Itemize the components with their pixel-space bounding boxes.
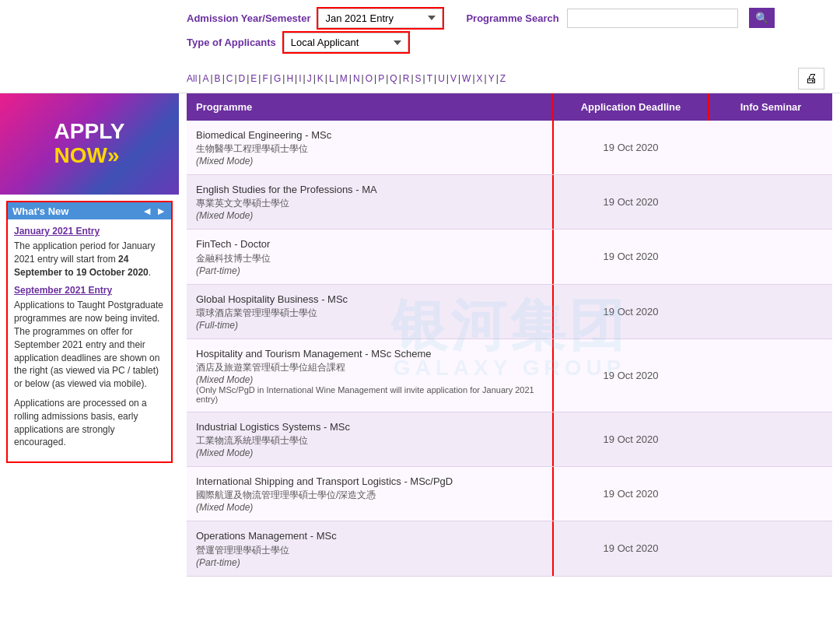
alpha-separator: |	[295, 73, 297, 84]
alpha-link-o[interactable]: O	[366, 73, 373, 84]
programme-cell: English Studies for the Professions - MA…	[187, 175, 552, 229]
whats-new-title: What's New	[12, 205, 68, 217]
alpha-link-w[interactable]: W	[462, 73, 471, 84]
alpha-link-all[interactable]: All	[187, 73, 197, 84]
table-header: Programme Application Deadline Info Semi…	[187, 93, 832, 121]
deadline-cell: 19 Oct 2020	[552, 230, 708, 283]
alpha-link-p[interactable]: P	[378, 73, 384, 84]
alpha-separator: |	[270, 73, 272, 84]
type-label: Type of Applicants	[187, 37, 276, 48]
alpha-separator: |	[198, 73, 201, 84]
rolling-text: Applications are processed on a rolling …	[14, 397, 165, 449]
table-row: International Shipping and Transport Log…	[187, 467, 832, 521]
alpha-link-x[interactable]: X	[477, 73, 483, 84]
alpha-separator: |	[411, 73, 413, 84]
jan-entry-text: The application period for January 2021 …	[14, 240, 165, 279]
prog-mode: (Mixed Mode)	[196, 156, 543, 167]
alpha-separator: |	[325, 73, 327, 84]
alpha-link-d[interactable]: D	[239, 73, 246, 84]
table-body: Biomedical Engineering - MSc 生物醫學工程理學碩士學…	[187, 121, 832, 577]
prog-chinese: 國際航運及物流管理理學碩士學位/深造文憑	[196, 489, 543, 502]
alpha-link-u[interactable]: U	[438, 73, 445, 84]
alpha-link-c[interactable]: C	[226, 73, 233, 84]
table-wrapper: 银河集团 GALAXY GROUP Programme Application …	[187, 93, 832, 577]
alpha-link-j[interactable]: J	[307, 73, 312, 84]
alpha-link-v[interactable]: V	[450, 73, 457, 84]
deadline-text: 19 Oct 2020	[604, 370, 659, 381]
programme-cell: Industrial Logistics Systems - MSc 工業物流系…	[187, 412, 552, 466]
admission-label: Admission Year/Semester	[187, 12, 310, 24]
programme-cell: International Shipping and Transport Log…	[187, 467, 552, 521]
prog-note: (Only MSc/PgD in International Wine Mana…	[196, 385, 543, 404]
alpha-link-m[interactable]: M	[340, 73, 348, 84]
print-icon: 🖨	[805, 72, 817, 85]
prog-chinese: 金融科技博士學位	[196, 252, 543, 265]
alpha-separator: |	[349, 73, 352, 84]
banner-text: APPLY NOW»	[47, 112, 133, 176]
alpha-link-e[interactable]: E	[250, 73, 257, 84]
alpha-link-z[interactable]: Z	[500, 73, 506, 84]
sidebar: APPLY NOW» What's New ◄ ► January 2021 E…	[0, 93, 179, 635]
deadline-cell: 19 Oct 2020	[552, 339, 708, 412]
prog-name: Global Hospitality Business - MSc	[196, 293, 543, 307]
alpha-link-y[interactable]: Y	[488, 73, 495, 84]
admission-select[interactable]: Jan 2021 Entry	[318, 9, 443, 28]
type-select[interactable]: Local Applicant	[284, 33, 408, 52]
alpha-link-a[interactable]: A	[202, 73, 208, 84]
prog-mode: (Full-time)	[196, 320, 543, 331]
alpha-link-h[interactable]: H	[286, 73, 293, 84]
prog-name: Industrial Logistics Systems - MSc	[196, 420, 543, 434]
alpha-separator: |	[446, 73, 449, 84]
prog-name: International Shipping and Transport Log…	[196, 475, 543, 489]
alpha-link-k[interactable]: K	[317, 73, 324, 84]
alpha-link-i[interactable]: I	[299, 73, 301, 84]
prog-mode: (Mixed Mode)	[196, 502, 543, 513]
whats-new-header: What's New ◄ ►	[8, 202, 171, 219]
whats-new-next[interactable]: ►	[156, 205, 166, 217]
deadline-text: 19 Oct 2020	[604, 306, 659, 318]
alpha-separator: |	[374, 73, 376, 84]
prog-chinese: 酒店及旅遊業管理碩士學位組合課程	[196, 361, 543, 374]
alpha-separator: |	[399, 73, 401, 84]
table-row: Industrial Logistics Systems - MSc 工業物流系…	[187, 412, 832, 467]
alpha-separator: |	[458, 73, 460, 84]
deadline-cell: 19 Oct 2020	[552, 412, 708, 466]
alpha-link-q[interactable]: Q	[390, 73, 397, 84]
seminar-cell	[708, 412, 832, 466]
prog-chinese: 環球酒店業管理理學碩士學位	[196, 307, 543, 320]
prog-mode: (Mixed Mode)	[196, 447, 543, 458]
programme-cell: Operations Management - MSc 營運管理理學碩士學位 (…	[187, 521, 552, 575]
alpha-link-r[interactable]: R	[403, 73, 410, 84]
programme-search-input[interactable]	[567, 9, 738, 28]
deadline-cell: 19 Oct 2020	[552, 175, 708, 229]
col-seminar: Info Seminar	[708, 93, 832, 121]
prog-chinese: 專業英文文學碩士學位	[196, 197, 543, 210]
alpha-separator: |	[423, 73, 425, 84]
search-button[interactable]: 🔍	[749, 8, 775, 28]
prog-mode: (Mixed Mode)	[196, 374, 543, 385]
alpha-separator: |	[386, 73, 388, 84]
deadline-cell: 19 Oct 2020	[552, 285, 708, 339]
prog-mode: (Part-time)	[196, 265, 543, 276]
table-row: Global Hospitality Business - MSc 環球酒店業管…	[187, 285, 832, 339]
sep-entry-title[interactable]: September 2021 Entry	[14, 285, 165, 296]
alpha-link-g[interactable]: G	[274, 73, 281, 84]
alpha-link-s[interactable]: S	[415, 73, 422, 84]
alpha-link-b[interactable]: B	[215, 73, 221, 84]
alpha-link-l[interactable]: L	[329, 73, 334, 84]
prog-name: Hospitality and Tourism Management - MSc…	[196, 347, 543, 361]
alpha-link-n[interactable]: N	[353, 73, 360, 84]
alpha-separator: |	[258, 73, 261, 84]
prog-chinese: 營運管理理學碩士學位	[196, 544, 543, 557]
alpha-links: All | A | B | C | D | E | F | G | H | I …	[187, 73, 506, 84]
jan-entry-title[interactable]: January 2021 Entry	[14, 226, 165, 237]
prog-name: English Studies for the Professions - MA	[196, 183, 543, 197]
print-button[interactable]: 🖨	[798, 68, 824, 89]
whats-new-prev[interactable]: ◄	[142, 205, 152, 217]
alpha-link-t[interactable]: T	[427, 73, 432, 84]
alpha-link-f[interactable]: F	[262, 73, 268, 84]
seminar-cell	[708, 230, 832, 283]
table-area: 银河集团 GALAXY GROUP Programme Application …	[179, 93, 840, 635]
alpha-separator: |	[222, 73, 225, 84]
search-icon: 🔍	[755, 12, 768, 24]
